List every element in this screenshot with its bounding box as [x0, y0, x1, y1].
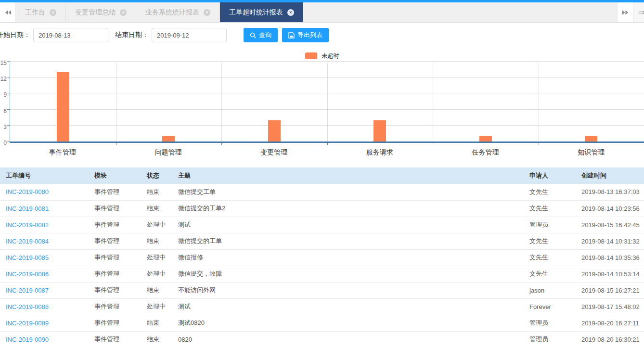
y-axis-tick-label: 15 — [0, 59, 7, 67]
applicant-cell: 文先生 — [529, 205, 548, 212]
order-id-link[interactable]: INC-2019-0086 — [6, 270, 49, 278]
table-header-row: 工单编号 模块 状态 主题 申请人 创建时间 — [0, 167, 644, 184]
tab-label: 工单超时统计报表 — [229, 8, 283, 17]
applicant-cell: 管理员 — [529, 221, 548, 228]
created-cell: 2019-08-14 10:23:56 — [581, 205, 640, 212]
column-header-created: 创建时间 — [581, 167, 644, 184]
table-row: INC-2019-0088事件管理处理中测试Forever2019-08-17 … — [0, 298, 644, 315]
applicant-cell: Forever — [529, 303, 551, 310]
status-cell: 结束 — [147, 335, 159, 343]
export-list-button[interactable]: 导出列表 — [282, 28, 329, 42]
subject-cell: 微信报修 — [178, 254, 203, 261]
start-date-input[interactable] — [33, 28, 108, 42]
y-axis-tick-label: 12 — [0, 75, 7, 83]
status-cell: 处理中 — [147, 270, 166, 277]
bar-知识管理 — [585, 136, 597, 141]
subject-cell: 测试0820 — [178, 319, 205, 326]
created-cell: 2019-08-20 16:27:11 — [581, 320, 639, 327]
table-row: INC-2019-0081事件管理结束微信提交的工单2文先生2019-08-14… — [0, 200, 644, 217]
created-cell: 2019-08-14 10:31:32 — [581, 238, 640, 245]
status-cell: 处理中 — [147, 303, 166, 310]
created-cell: 2019-08-15 16:42:45 — [581, 221, 640, 229]
subject-cell: 微信提交工单 — [178, 188, 216, 195]
close-icon[interactable]: ✕ — [50, 9, 56, 16]
status-cell: 结束 — [147, 205, 159, 212]
order-id-link[interactable]: INC-2019-0081 — [6, 205, 49, 212]
chart-plot-area — [10, 63, 644, 143]
order-id-link[interactable]: INC-2019-0090 — [6, 336, 49, 343]
order-id-link[interactable]: INC-2019-0085 — [6, 254, 49, 261]
table-row: INC-2019-0082事件管理处理中测试管理员2019-08-15 16:4… — [0, 217, 644, 233]
y-axis-tick — [7, 93, 10, 93]
more-options-icon: ⇒ — [638, 7, 644, 17]
created-cell: 2019-08-14 10:35:36 — [581, 254, 640, 261]
bar-chart: 03691215 事件管理问题管理变更管理服务请求任务管理知识管理 — [0, 61, 644, 160]
module-cell: 事件管理 — [94, 237, 119, 244]
y-axis-tick — [7, 125, 10, 126]
column-header-applicant: 申请人 — [529, 167, 581, 184]
table-row: INC-2019-0086事件管理处理中微信提交，故障文先生2019-08-14… — [0, 266, 644, 282]
applicant-cell: 管理员 — [529, 335, 548, 343]
order-id-link[interactable]: INC-2019-0084 — [6, 238, 49, 245]
query-button[interactable]: 查询 — [244, 28, 278, 42]
start-date-label: 开始日期： — [0, 31, 30, 39]
end-date-input[interactable] — [152, 28, 227, 42]
created-cell: 2019-08-13 16:37:03 — [581, 188, 640, 195]
subject-cell: 测试 — [178, 221, 191, 228]
y-axis-tick-label: 9 — [3, 91, 7, 99]
filter-toolbar: 开始日期： 结束日期： 查询 导出列表 — [0, 23, 644, 48]
module-cell: 事件管理 — [94, 254, 119, 261]
x-axis-tick — [433, 143, 433, 145]
order-id-link[interactable]: INC-2019-0089 — [6, 320, 49, 327]
gridline — [116, 63, 116, 141]
subject-cell: 微信提交的工单 — [178, 237, 222, 244]
double-right-arrow-icon — [622, 10, 629, 15]
table-row: INC-2019-0080事件管理结束微信提交工单文先生2019-08-13 1… — [0, 184, 644, 200]
x-axis-label: 服务请求 — [327, 148, 433, 157]
scroll-tabs-right-button[interactable] — [617, 2, 633, 22]
tab-bar-right-controls: ⇒ — [617, 2, 644, 22]
bar-变更管理 — [268, 120, 281, 141]
y-axis-tick — [7, 141, 10, 141]
x-axis-tick — [539, 143, 539, 145]
close-icon[interactable]: ✕ — [287, 9, 294, 16]
applicant-cell: 管理员 — [529, 319, 548, 326]
module-cell: 事件管理 — [94, 319, 119, 326]
close-icon[interactable]: ✕ — [204, 9, 210, 16]
status-cell: 处理中 — [147, 221, 166, 228]
applicant-cell: 文先生 — [529, 254, 548, 261]
export-save-icon — [288, 32, 295, 39]
tab-change-summary[interactable]: 变更管理总结 ✕ — [66, 2, 136, 22]
module-cell: 事件管理 — [94, 188, 119, 195]
tab-workbench[interactable]: 工作台 ✕ — [16, 2, 66, 22]
order-id-link[interactable]: INC-2019-0080 — [6, 188, 49, 195]
created-cell: 2019-08-17 15:48:02 — [581, 303, 640, 310]
x-axis-tick — [327, 143, 328, 145]
created-cell: 2019-08-20 16:30:21 — [581, 336, 640, 343]
tab-timeout-report[interactable]: 工单超时统计报表 ✕ — [220, 2, 303, 22]
applicant-cell: 文先生 — [529, 237, 548, 244]
gridline — [221, 63, 222, 141]
order-id-link[interactable]: INC-2019-0087 — [6, 287, 49, 294]
bar-事件管理 — [57, 72, 69, 141]
double-left-arrow-icon — [4, 10, 12, 15]
applicant-cell: jason — [529, 287, 544, 294]
y-axis-tick-label: 0 — [3, 139, 7, 147]
tab-business-report[interactable]: 业务系统统计报表 ✕ — [136, 2, 220, 22]
subject-cell: 测试 — [178, 303, 191, 310]
x-axis-tick — [221, 143, 222, 145]
table-row: INC-2019-0089事件管理结束测试0820管理员2019-08-20 1… — [0, 315, 644, 331]
scroll-tabs-left-button[interactable] — [0, 2, 16, 22]
tab-options-button[interactable]: ⇒ — [633, 2, 644, 22]
order-id-link[interactable]: INC-2019-0082 — [6, 221, 49, 229]
gridline — [10, 61, 644, 62]
x-axis-label: 任务管理 — [433, 148, 539, 157]
order-id-link[interactable]: INC-2019-0088 — [6, 303, 49, 310]
created-cell: 2019-08-14 10:53:14 — [581, 270, 640, 278]
close-icon[interactable]: ✕ — [120, 9, 127, 16]
query-button-label: 查询 — [259, 31, 271, 39]
y-axis-tick — [7, 109, 10, 110]
chart-legend[interactable]: 未超时 — [0, 51, 644, 61]
gridline — [327, 63, 328, 141]
x-axis-tick — [116, 143, 116, 145]
